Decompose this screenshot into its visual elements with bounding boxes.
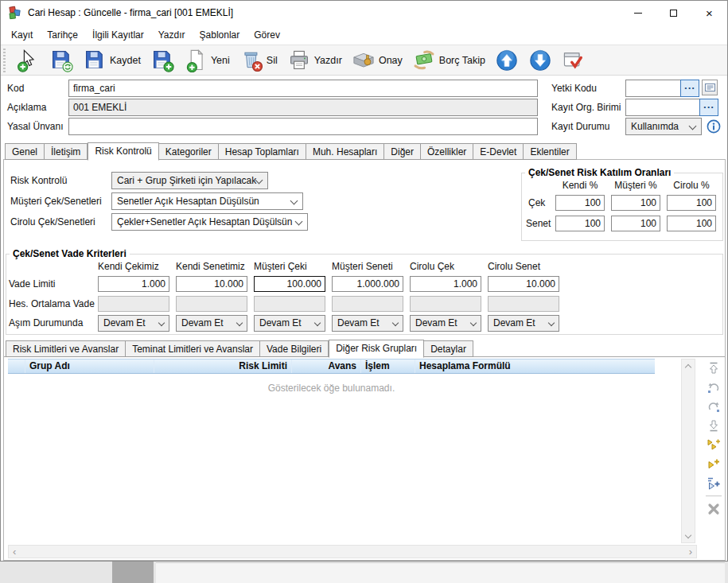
print-icon <box>287 49 311 72</box>
tab-e-devlet[interactable]: E-Devlet <box>473 143 524 160</box>
yasal-unvani-input[interactable] <box>68 118 538 135</box>
print-button[interactable]: Yazdır <box>283 47 346 74</box>
chevron-up-icon <box>685 363 691 370</box>
asim-5-select[interactable]: Devam Et <box>488 315 559 332</box>
cek-musteri-input[interactable] <box>611 195 660 211</box>
save-new-button[interactable] <box>146 47 178 74</box>
debt-track-button[interactable]: Borç Takip <box>408 47 489 74</box>
undo-change-icon[interactable] <box>706 379 722 395</box>
grid-horizontal-scrollbar[interactable]: ‹ › <box>8 545 697 558</box>
tab-hesap-toplamlari[interactable]: Hesap Toplamları <box>219 143 306 160</box>
tab-diger[interactable]: Diğer <box>384 143 421 160</box>
menu-yazdir[interactable]: Yazdır <box>151 27 193 43</box>
window-title: Cari Hesap : Güncelle - firma_cari [001 … <box>28 7 233 18</box>
risk-kontrolu-select[interactable]: Cari + Grup Şirketi için Yapılacak <box>111 172 268 189</box>
minimize-button[interactable] <box>620 1 656 25</box>
save-button[interactable]: Kaydet <box>79 47 145 74</box>
grid-vertical-scrollbar[interactable] <box>681 359 695 543</box>
asim-4-select[interactable]: Devam Et <box>410 315 481 332</box>
senet-kendi-input[interactable] <box>555 216 605 231</box>
kayit-org-birimi-lookup-button[interactable] <box>699 99 718 116</box>
maximize-button[interactable] <box>656 1 691 25</box>
cirolu-cek-senetleri-label: Cirolu Çek/Senetleri <box>10 213 95 231</box>
grid-col-islem[interactable]: İşlem <box>361 360 415 373</box>
aciklama-input[interactable] <box>68 99 538 116</box>
kod-input[interactable] <box>68 80 538 97</box>
asim-0-select[interactable]: Devam Et <box>98 315 169 332</box>
insert-record-icon[interactable] <box>706 437 722 453</box>
add-record-icon[interactable] <box>706 456 722 472</box>
subtab-diger-risk-gruplari[interactable]: Diğer Risk Grupları <box>329 340 424 358</box>
grid-col-avans[interactable]: Avans <box>292 360 361 373</box>
menu-tarihce[interactable]: Tarihçe <box>40 27 85 43</box>
chevron-right-icon[interactable]: › <box>689 546 692 557</box>
info-icon[interactable] <box>707 119 721 134</box>
subtab-risk-limitleri[interactable]: Risk Limitleri ve Avanslar <box>6 340 126 357</box>
nav-down-button[interactable] <box>524 47 556 74</box>
asim-1-select[interactable]: Devam Et <box>176 315 247 332</box>
grid-col-risk-limiti[interactable]: Risk Limiti <box>154 360 292 373</box>
vade-limiti-musteri-senet-input[interactable] <box>332 276 403 292</box>
asim-3-value: Devam Et <box>337 317 380 328</box>
vade-limiti-cirolu-cek-input[interactable] <box>410 276 481 292</box>
add-detail-record-icon[interactable] <box>706 475 722 491</box>
yetki-kodu-input[interactable] <box>625 80 681 97</box>
grid-col-hesaplama-formulu[interactable]: Hesaplama Formülü <box>415 360 652 373</box>
delete-record-icon[interactable] <box>706 501 722 517</box>
yetki-kodu-lookup-button[interactable] <box>680 80 699 97</box>
senet-cirolu-input[interactable] <box>667 216 716 231</box>
close-button[interactable]: × <box>691 1 727 25</box>
move-last-icon[interactable] <box>706 418 722 433</box>
menu-gorev[interactable]: Görev <box>247 27 287 43</box>
ortalama-vade-1-input <box>176 296 247 312</box>
tab-eklentiler[interactable]: Eklentiler <box>524 143 576 160</box>
chevron-left-icon[interactable]: ‹ <box>13 546 16 557</box>
tab-iletisim[interactable]: İletişim <box>45 143 88 160</box>
menu-sablonlar[interactable]: Şablonlar <box>193 27 247 43</box>
vade-limiti-kendi-senet-input[interactable] <box>176 276 247 292</box>
record-add-button[interactable] <box>12 47 44 74</box>
task-check-button[interactable] <box>558 47 590 74</box>
menu-ilgili-kayitlar[interactable]: İlgili Kayıtlar <box>85 27 151 43</box>
grid-header: Grup Adı Risk Limiti Avans İşlem Hesapla… <box>8 359 655 374</box>
nav-up-button[interactable] <box>491 47 523 74</box>
kayit-durumu-select[interactable]: Kullanımda <box>625 118 702 135</box>
toolbar: Kaydet Yeni <box>1 45 727 76</box>
cirolu-cek-senetleri-select[interactable]: Çekler+Senetler Açık Hesaptan Düşülsün <box>111 213 308 231</box>
grid-col-selector[interactable] <box>8 360 25 373</box>
vade-limiti-cirolu-senet-input[interactable] <box>488 276 559 292</box>
delete-button[interactable]: Sil <box>236 47 282 74</box>
vade-limiti-kendi-cek-input[interactable] <box>98 276 169 292</box>
katilim-col-kendi: Kendi % <box>555 180 605 191</box>
musteri-cek-senetleri-select[interactable]: Senetler Açık Hesaptan Düşülsün <box>111 192 303 210</box>
new-record-button[interactable]: Yeni <box>180 47 234 74</box>
background-window-fragment <box>156 562 725 583</box>
subtab-detaylar[interactable]: Detaylar <box>424 340 473 357</box>
vade-limiti-musteri-cek-input[interactable] <box>254 276 325 292</box>
scroll-down-button[interactable] <box>682 530 695 542</box>
tab-ozellikler[interactable]: Özellikler <box>421 143 473 160</box>
scroll-up-button[interactable] <box>682 360 695 372</box>
tab-muh-hesaplari[interactable]: Muh. Hesapları <box>306 143 384 160</box>
subtab-vade-bilgileri[interactable]: Vade Bilgileri <box>260 340 329 357</box>
grid-col-grup-adi[interactable]: Grup Adı <box>25 360 154 373</box>
subtab-teminat-limitleri[interactable]: Teminat Limitleri ve Avanslar <box>126 340 260 357</box>
tab-risk-kontrolu[interactable]: Risk Kontrolü <box>88 142 158 161</box>
cek-cirolu-input[interactable] <box>667 195 716 211</box>
toolbar-gripper[interactable] <box>3 49 6 72</box>
asim-2-select[interactable]: Devam Et <box>254 315 325 332</box>
ortalama-vade-3-input <box>332 296 403 312</box>
move-first-icon[interactable] <box>706 360 722 376</box>
cek-kendi-input[interactable] <box>555 195 605 211</box>
approve-icon <box>352 49 376 72</box>
approve-button[interactable]: Onay <box>348 47 407 74</box>
redo-change-icon[interactable] <box>706 398 722 414</box>
asim-3-select[interactable]: Devam Et <box>332 315 403 332</box>
menu-kayit[interactable]: Kayıt <box>4 27 40 43</box>
kayit-org-birimi-input[interactable] <box>625 99 700 116</box>
tab-genel[interactable]: Genel <box>5 143 45 160</box>
tab-kategoriler[interactable]: Kategoriler <box>159 143 219 160</box>
yetki-kodu-editor-button[interactable] <box>702 80 718 95</box>
senet-musteri-input[interactable] <box>611 216 660 231</box>
save-refresh-button[interactable] <box>45 47 77 74</box>
